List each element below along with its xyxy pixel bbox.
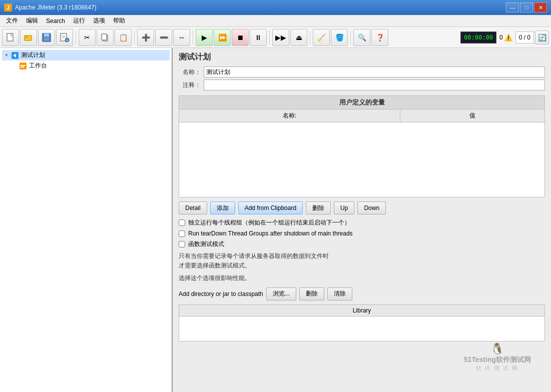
- name-row: 名称：: [179, 66, 545, 78]
- description-text: 只有当你需要记录每个请求从服务器取得的数据到文件时 才需要选择函数测试模式。: [179, 252, 545, 270]
- description-text-2: 选择这个选项很影响性能。: [179, 274, 545, 283]
- svg-rect-2: [25, 36, 28, 38]
- variables-section-title: 用户定义的变量: [179, 96, 545, 109]
- down-button[interactable]: Down: [357, 202, 386, 214]
- cut-button[interactable]: ✂: [79, 29, 96, 46]
- menu-help[interactable]: 帮助: [109, 16, 129, 26]
- content-panel: 测试计划 名称： 注释： 用户定义的变量 名称: 值 Detail 添加: [173, 48, 551, 392]
- app-title: Apache JMeter (3.3 r1808647): [15, 4, 97, 11]
- variables-buttons: Detail 添加 Add from Clipboard 删除 Up Down: [179, 202, 545, 214]
- save-button[interactable]: [38, 29, 55, 46]
- checkbox-label-2: Run tearDown Thread Groups after shutdow…: [188, 230, 353, 237]
- add-button[interactable]: 添加: [210, 202, 235, 214]
- tree-panel: ▼ 测试计划 工作台: [0, 48, 173, 392]
- col-value-header: 值: [400, 110, 544, 122]
- clear-button[interactable]: 🧹: [313, 29, 330, 46]
- thread-counter: 0 / 0: [515, 32, 534, 44]
- classpath-label: Add directory or jar to classpath: [179, 290, 263, 298]
- svg-rect-16: [21, 65, 26, 66]
- library-body[interactable]: [179, 316, 545, 342]
- menu-edit[interactable]: 编辑: [22, 16, 42, 26]
- watermark-text1: 51Testing软件测试网: [464, 356, 531, 364]
- checkbox-row-3: 函数测试模式: [179, 240, 545, 248]
- warning-count: 0: [499, 34, 503, 41]
- clear-classpath-button[interactable]: 清除: [327, 288, 352, 300]
- tree-expander-testplan[interactable]: ▼: [4, 53, 9, 58]
- tree-label-workbench: 工作台: [29, 62, 47, 70]
- checkbox-label-3: 函数测试模式: [188, 240, 224, 248]
- checkbox-row-2: Run tearDown Thread Groups after shutdow…: [179, 230, 545, 237]
- classpath-row: Add directory or jar to classpath 浏览... …: [179, 288, 545, 300]
- menu-options[interactable]: 选项: [89, 16, 109, 26]
- copy-button[interactable]: [97, 29, 114, 46]
- checkbox-functional[interactable]: [179, 241, 185, 248]
- remote-stop-button[interactable]: ⏏: [290, 29, 307, 46]
- detail-button[interactable]: Detail: [179, 202, 207, 214]
- variables-table: 名称: 值: [179, 109, 545, 122]
- variables-body[interactable]: [179, 122, 545, 198]
- testplan-icon: [11, 52, 19, 60]
- tree-item-testplan[interactable]: ▼ 测试计划: [2, 50, 170, 60]
- delete-variable-button[interactable]: 删除: [306, 202, 331, 214]
- name-input[interactable]: [204, 66, 545, 78]
- timer-display: 00:00:00: [460, 32, 496, 44]
- maximize-button[interactable]: □: [520, 2, 533, 12]
- warning-icon: ⚠️: [504, 34, 512, 42]
- workbench-icon: [19, 62, 27, 70]
- start-no-pause-button[interactable]: ⏩: [214, 29, 231, 46]
- toolbar: + ✂ 📋 ➕ ➖ ↔ ▶ ⏩ ⏹ ⏸ ▶▶ ⏏ 🧹 🪣 🔍 ❓ 00:00:0…: [0, 27, 551, 48]
- expand-button[interactable]: ➕: [137, 29, 154, 46]
- tree-item-workbench[interactable]: 工作台: [2, 60, 170, 71]
- comment-input[interactable]: [204, 80, 545, 90]
- watermark-text2: 软 件 测 试 网: [464, 364, 531, 372]
- clear-all-button[interactable]: 🪣: [331, 29, 348, 46]
- search-toolbar-button[interactable]: 🔍: [353, 29, 370, 46]
- checkbox-row-1: 独立运行每个线程组（例如在一个组运行结束后启动下一个）: [179, 218, 545, 227]
- library-col-header: Library: [179, 304, 545, 316]
- delete-classpath-button[interactable]: 删除: [299, 288, 324, 300]
- tree-label-testplan: 测试计划: [21, 51, 45, 60]
- svg-rect-17: [21, 66, 24, 68]
- start-button[interactable]: ▶: [196, 29, 213, 46]
- svg-text:+: +: [66, 38, 68, 42]
- comment-row: 注释：: [179, 80, 545, 90]
- svg-rect-5: [44, 38, 49, 41]
- shutdown-button[interactable]: ⏸: [250, 29, 267, 46]
- menu-bar: 文件 编辑 Search 运行 选项 帮助: [0, 15, 551, 27]
- new-button[interactable]: [2, 29, 19, 46]
- checkbox-teardown[interactable]: [179, 230, 185, 237]
- open-button[interactable]: [20, 29, 37, 46]
- menu-search[interactable]: Search: [42, 16, 69, 26]
- library-table: Library: [179, 304, 545, 316]
- remote-start-button[interactable]: ▶▶: [272, 29, 289, 46]
- collapse-button[interactable]: ➖: [155, 29, 172, 46]
- browse-button[interactable]: 浏览...: [266, 288, 296, 300]
- paste-button[interactable]: 📋: [115, 29, 132, 46]
- window-controls[interactable]: — □ ✕: [506, 2, 547, 12]
- menu-file[interactable]: 文件: [2, 16, 22, 26]
- comment-label: 注释：: [179, 81, 204, 90]
- col-name-header: 名称:: [179, 110, 400, 122]
- help-button[interactable]: ❓: [371, 29, 388, 46]
- close-button[interactable]: ✕: [534, 2, 547, 12]
- watermark: 🐧 51Testing软件测试网 软 件 测 试 网: [464, 342, 531, 372]
- svg-rect-4: [44, 34, 49, 36]
- add-clipboard-button[interactable]: Add from Clipboard: [238, 202, 303, 214]
- checkbox-independent-threads[interactable]: [179, 220, 185, 226]
- svg-rect-12: [102, 34, 107, 40]
- checkbox-label-1: 独立运行每个线程组（例如在一个组运行结束后启动下一个）: [188, 218, 350, 227]
- minimize-button[interactable]: —: [506, 2, 519, 12]
- save-template-button[interactable]: +: [56, 29, 73, 46]
- stop-button[interactable]: ⏹: [232, 29, 249, 46]
- up-button[interactable]: Up: [334, 202, 354, 214]
- toggle-button[interactable]: ↔: [173, 29, 190, 46]
- tree-expander-workbench: [12, 64, 17, 68]
- app-icon: J: [4, 4, 12, 12]
- refresh-button[interactable]: 🔄: [535, 30, 549, 44]
- name-label: 名称：: [179, 68, 204, 76]
- panel-title: 测试计划: [179, 52, 545, 62]
- menu-run[interactable]: 运行: [69, 16, 89, 26]
- title-bar: J Apache JMeter (3.3 r1808647) — □ ✕: [0, 0, 551, 15]
